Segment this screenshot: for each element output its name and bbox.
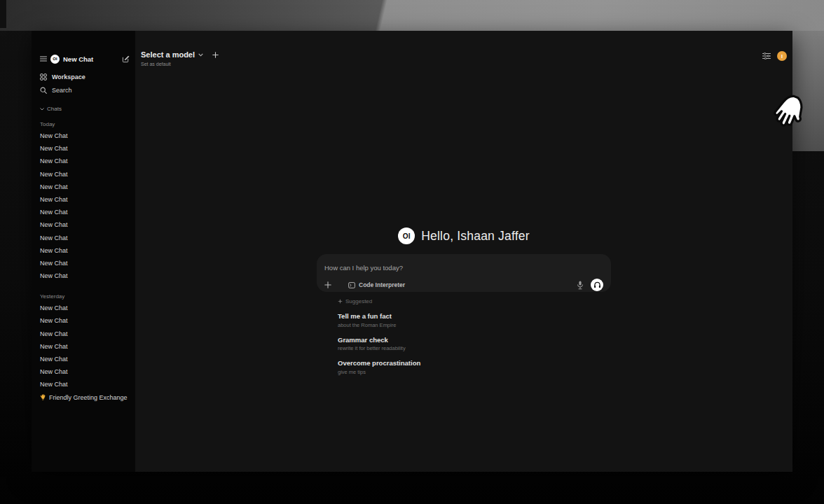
suggestion-item[interactable]: Overcome procrastination give me tips	[338, 359, 611, 375]
chats-section-label: Chats	[47, 106, 62, 112]
app-window: OI New Chat Workspace Search	[32, 31, 792, 472]
chats-section-toggle[interactable]: Chats	[40, 104, 130, 113]
greeting-text: Hello, Ishaan Jaffer	[421, 229, 529, 244]
sidebar-header: OI New Chat	[40, 53, 130, 64]
suggestion-list: Tell me a fun fact about the Roman Empir…	[338, 312, 611, 375]
sidebar-item-workspace[interactable]: Workspace	[40, 70, 130, 83]
grid-icon	[40, 74, 47, 80]
chat-list-item[interactable]: New Chat	[40, 314, 130, 327]
desktop-wallpaper-right	[792, 31, 824, 151]
model-selector-block: Select a model Set as default	[141, 50, 219, 66]
message-composer[interactable]: Code Interpreter	[317, 254, 611, 292]
sidebar-nav: Workspace Search	[40, 70, 130, 97]
code-interpreter-icon	[348, 282, 355, 288]
hero-section: OI Hello, Ishaan Jaffer Code Interpreter	[317, 227, 611, 375]
suggestion-title: Grammar check	[338, 336, 611, 344]
headphones-icon	[593, 281, 601, 288]
suggestion-subtitle: rewrite it for better readability	[338, 345, 611, 351]
voice-call-button[interactable]	[591, 279, 603, 291]
main-area: Select a model Set as default I	[135, 31, 792, 472]
microphone-icon[interactable]	[577, 281, 584, 290]
chat-list-item[interactable]: New Chat	[40, 155, 130, 167]
add-model-icon[interactable]	[212, 52, 219, 58]
suggestion-subtitle: give me tips	[338, 369, 611, 375]
suggestion-subtitle: about the Roman Empire	[338, 322, 611, 328]
suggested-section: Suggested Tell me a fun fact about the R…	[317, 298, 611, 375]
chevron-down-icon[interactable]	[198, 53, 203, 57]
chat-list-item[interactable]: New Chat	[40, 328, 130, 340]
attach-plus-icon[interactable]	[324, 281, 331, 288]
code-interpreter-label: Code Interpreter	[359, 281, 405, 288]
chat-list-today: New ChatNew ChatNew ChatNew ChatNew Chat…	[40, 130, 130, 282]
chat-list-item[interactable]: New Chat	[40, 142, 130, 155]
chat-list-item[interactable]: New Chat	[40, 130, 130, 142]
topbar-right: I	[762, 51, 787, 61]
chat-list-item-friendly-greeting[interactable]: Friendly Greeting Exchange	[40, 391, 130, 405]
chat-title: Friendly Greeting Exchange	[49, 394, 128, 401]
suggestion-item[interactable]: Grammar check rewrite it for better read…	[338, 336, 611, 352]
sparkle-icon	[338, 299, 343, 304]
settings-sliders-icon[interactable]	[762, 52, 771, 59]
chat-list-item[interactable]: New Chat	[40, 270, 130, 282]
suggested-label: Suggested	[345, 298, 372, 304]
menu-icon[interactable]	[40, 56, 47, 62]
chat-list-item[interactable]: New Chat	[40, 378, 130, 391]
chevron-down-icon	[40, 108, 44, 111]
chat-list-item[interactable]: New Chat	[40, 340, 130, 353]
sidebar: OI New Chat Workspace Search	[32, 31, 135, 472]
sidebar-title: New Chat	[63, 55, 93, 63]
chat-list-item[interactable]: New Chat	[40, 257, 130, 270]
chat-list-item[interactable]: New Chat	[40, 218, 130, 231]
suggested-header: Suggested	[338, 298, 611, 304]
chat-list-item[interactable]: New Chat	[40, 244, 130, 257]
chat-list-item[interactable]: New Chat	[40, 168, 130, 181]
user-avatar[interactable]: I	[777, 51, 787, 61]
suggestion-title: Overcome procrastination	[338, 359, 611, 367]
app-logo-large: OI	[398, 227, 415, 244]
chat-list-item[interactable]: New Chat	[40, 193, 130, 206]
set-as-default-button[interactable]: Set as default	[141, 62, 219, 66]
chat-group-label-yesterday: Yesterday	[40, 291, 130, 302]
wave-emoji-icon	[40, 394, 46, 400]
chat-group-label-today: Today	[40, 119, 130, 130]
app-logo: OI	[50, 55, 60, 64]
sidebar-item-search[interactable]: Search	[40, 83, 130, 97]
code-interpreter-toggle[interactable]: Code Interpreter	[348, 281, 405, 288]
chat-list-item[interactable]: New Chat	[40, 353, 130, 365]
chat-list-item[interactable]: New Chat	[40, 365, 130, 378]
chat-list-item[interactable]: New Chat	[40, 181, 130, 193]
chat-list-item[interactable]: New Chat	[40, 206, 130, 218]
search-icon	[40, 87, 47, 94]
message-input[interactable]	[324, 264, 603, 272]
topbar: Select a model Set as default I	[141, 50, 787, 66]
new-chat-button[interactable]	[122, 55, 130, 63]
greeting-row: OI Hello, Ishaan Jaffer	[317, 227, 611, 244]
model-selector[interactable]: Select a model	[141, 50, 195, 59]
sidebar-item-label: Workspace	[52, 74, 85, 80]
sidebar-item-label: Search	[52, 87, 72, 94]
desktop-wallpaper-notch	[0, 0, 6, 28]
chat-list-item[interactable]: New Chat	[40, 302, 130, 314]
chat-list-yesterday: New ChatNew ChatNew ChatNew ChatNew Chat…	[40, 302, 130, 391]
suggestion-title: Tell me a fun fact	[338, 312, 611, 320]
chat-list-item[interactable]: New Chat	[40, 232, 130, 244]
composer-controls: Code Interpreter	[324, 279, 603, 291]
desktop-wallpaper-top	[0, 0, 824, 31]
suggestion-item[interactable]: Tell me a fun fact about the Roman Empir…	[338, 312, 611, 328]
